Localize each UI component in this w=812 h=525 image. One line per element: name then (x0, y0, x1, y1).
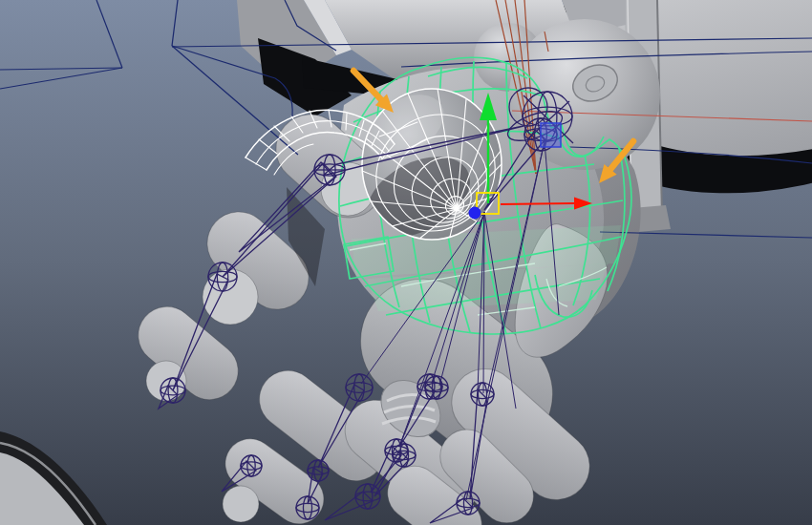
finger-tip-cap (223, 486, 259, 522)
sphere-pole (455, 207, 459, 212)
gizmo-z-axis-handle[interactable] (469, 207, 481, 220)
viewport-canvas[interactable] (0, 0, 812, 525)
viewport-3d[interactable] (0, 0, 812, 525)
thumb-mid-cap (203, 269, 258, 325)
selected-joint-highlight (541, 123, 561, 147)
